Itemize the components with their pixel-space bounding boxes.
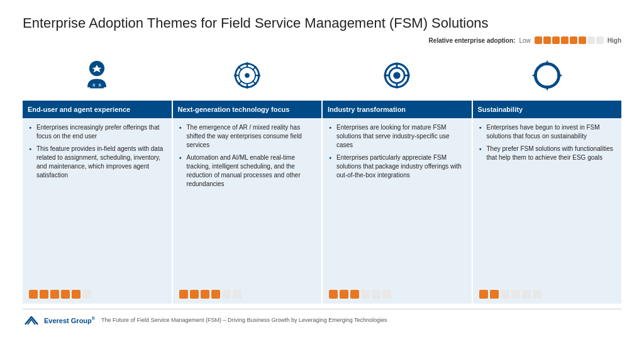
column-sustainability: Sustainability Enterprises have begun to… (473, 50, 622, 304)
legend-dot-4 (561, 36, 569, 44)
svg-rect-3 (99, 84, 101, 87)
svg-point-21 (254, 82, 257, 85)
footer: Everest Group® The Future of Field Servi… (23, 309, 621, 327)
r1 (179, 290, 188, 299)
legend-low: Low (519, 37, 530, 44)
r3 (50, 290, 59, 299)
r2 (340, 290, 348, 299)
svg-point-10 (245, 62, 248, 65)
r5 (222, 290, 231, 299)
legend-row: Relative enterprise adoption: Low High (23, 36, 621, 44)
col-header-industry: Industry transformation (323, 101, 472, 118)
bullet-end-user-1: Enterprises increasingly prefer offering… (29, 123, 165, 141)
page: Enterprise Adoption Themes for Field Ser… (0, 0, 644, 337)
icon-row-recycle (473, 50, 622, 101)
footer-tagline: The Future of Field Service Management (… (101, 317, 387, 323)
legend-dot-8 (596, 36, 604, 44)
legend-high: High (608, 37, 621, 44)
svg-point-13 (257, 74, 260, 77)
legend-dot-3 (552, 36, 560, 44)
legend-label: Relative enterprise adoption: (429, 37, 516, 44)
r1 (29, 290, 38, 299)
everest-group-logo-icon (23, 313, 40, 327)
legend-dot-5 (570, 36, 577, 44)
r6 (533, 290, 541, 299)
r4 (61, 290, 70, 299)
legend-dot-6 (579, 36, 586, 44)
r2 (490, 290, 499, 299)
columns-area: End-user and agent experience Enterprise… (23, 50, 621, 304)
legend-dot-2 (543, 36, 551, 44)
bullet-sustainability-1: Enterprises have begun to invest in FSM … (479, 123, 616, 141)
r1 (329, 290, 338, 299)
r3 (350, 290, 359, 299)
column-next-gen: Next-generation technology focus The eme… (173, 50, 323, 304)
bullet-next-gen-2: Automation and AI/ML enable real-time tr… (179, 153, 316, 189)
col-body-next-gen: The emergence of AR / mixed reality has … (173, 118, 322, 286)
rating-end-user (23, 286, 172, 304)
bullet-sustainability-2: They prefer FSM solutions with functiona… (479, 145, 616, 162)
r6 (233, 290, 242, 299)
legend-dot-7 (587, 36, 595, 44)
r1 (479, 290, 488, 299)
icon-row-circuit (173, 50, 322, 101)
svg-rect-2 (93, 84, 96, 87)
r4 (511, 290, 520, 299)
circuit-icon (228, 57, 266, 94)
svg-point-20 (238, 82, 240, 85)
legend-scale: Low High (519, 36, 621, 44)
r2 (40, 290, 48, 299)
column-industry: Industry transformation Enterprises are … (323, 50, 473, 304)
bullet-industry-2: Enterprises particularly appreciate FSM … (329, 153, 465, 180)
svg-rect-1 (90, 81, 104, 88)
r3 (201, 290, 209, 299)
rating-sustainability (473, 286, 622, 304)
col-header-sustainability: Sustainability (473, 101, 622, 118)
rating-next-gen (173, 286, 322, 304)
r4 (211, 290, 220, 299)
bullet-end-user-2: This feature provides in-field agents wi… (29, 145, 165, 180)
agent-icon (78, 57, 116, 94)
col-body-sustainability: Enterprises have begun to invest in FSM … (473, 118, 622, 286)
bullet-industry-1: Enterprises are looking for mature FSM s… (329, 123, 465, 150)
column-end-user: End-user and agent experience Enterprise… (23, 50, 173, 304)
recycle-icon (528, 57, 566, 94)
legend-dot-1 (535, 36, 542, 44)
svg-point-11 (245, 86, 248, 89)
svg-point-18 (238, 66, 240, 69)
svg-point-12 (234, 74, 237, 77)
col-header-next-gen: Next-generation technology focus (173, 101, 322, 118)
svg-point-25 (394, 72, 401, 79)
bullet-next-gen-1: The emergence of AR / mixed reality has … (179, 123, 316, 150)
r6 (382, 290, 391, 299)
footer-logo: Everest Group® (23, 313, 95, 327)
r4 (361, 290, 370, 299)
page-title: Enterprise Adoption Themes for Field Ser… (23, 15, 621, 31)
col-body-industry: Enterprises are looking for mature FSM s… (323, 118, 472, 286)
icon-row-agent (23, 50, 172, 101)
icon-row-target (323, 50, 472, 101)
footer-logo-text: Everest Group® (44, 316, 95, 324)
r3 (501, 290, 509, 299)
r5 (522, 290, 531, 299)
r5 (72, 290, 80, 299)
r2 (190, 290, 199, 299)
col-header-end-user: End-user and agent experience (23, 101, 172, 118)
col-body-end-user: Enterprises increasingly prefer offering… (23, 118, 172, 286)
rating-industry (323, 286, 472, 304)
svg-point-22 (245, 73, 249, 77)
svg-point-19 (254, 66, 257, 69)
target-icon (378, 57, 416, 94)
r5 (372, 290, 380, 299)
r6 (82, 290, 91, 299)
